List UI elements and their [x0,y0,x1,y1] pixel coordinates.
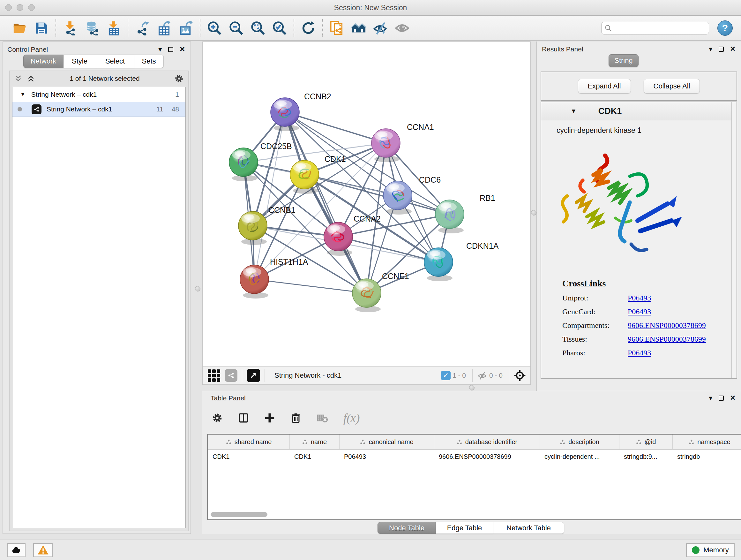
import-table-button[interactable] [105,19,122,37]
table-cell[interactable]: stringdb [673,449,741,463]
column-header-canonical-name[interactable]: canonical name [340,435,434,449]
memory-button[interactable]: Memory [686,543,735,557]
hidden-eye-icon[interactable] [477,370,487,381]
zoom-fit-button[interactable] [250,19,266,37]
left-splitter-handle[interactable] [195,286,200,292]
network-node[interactable] [290,160,319,194]
crosslink-link[interactable]: P06493 [628,294,737,302]
crosslink-link[interactable]: P06493 [628,349,737,357]
column-header-name[interactable]: name [290,435,340,449]
network-graph[interactable]: CCNB2CCNA1CDC25BCDK1CDC6RB1CCNB1CCNA2CDK… [203,42,530,367]
zoom-out-button[interactable] [228,19,245,37]
network-node[interactable] [383,181,412,214]
delete-column-trash-icon[interactable] [290,413,301,423]
column-header-description[interactable]: description [540,435,619,449]
expand-all-button[interactable]: Expand All [578,79,631,94]
column-header-namespace[interactable]: namespace [673,435,741,449]
table-panel-collapse-icon[interactable]: ▾ [709,395,712,401]
create-column-plus-icon[interactable] [264,413,275,423]
save-session-button[interactable] [33,19,50,37]
column-header-shared-name[interactable]: shared name [208,435,290,449]
table-cell[interactable]: CDK1 [208,449,290,463]
import-network-database-button[interactable] [84,19,100,37]
table-cell[interactable]: P06493 [340,449,434,463]
collapse-all-button[interactable]: Collapse All [644,79,700,94]
crosslink-link[interactable]: 9606.ENSP00000378699 [628,321,737,330]
results-panel-float-icon[interactable] [719,47,724,52]
results-panel-collapse-icon[interactable]: ▾ [709,46,712,53]
protein-expand-caret[interactable]: ▼ [570,108,577,115]
view-grid-icon[interactable] [208,369,220,382]
network-options-gear-icon[interactable] [174,74,184,83]
column-header--id[interactable]: @id [619,435,673,449]
results-scrollbar[interactable] [731,102,737,378]
control-panel-collapse-icon[interactable]: ▾ [158,46,162,53]
network-node[interactable] [352,279,381,312]
nested-network-button[interactable] [350,19,367,37]
table-cell[interactable]: 9606.ENSP00000378699 [434,449,540,463]
import-network-file-button[interactable] [62,19,78,37]
right-splitter-handle[interactable] [531,210,536,215]
view-network-icon[interactable] [225,369,238,382]
network-node[interactable] [271,98,299,131]
export-image-button[interactable] [178,19,194,37]
table-cell[interactable]: CDK1 [290,449,340,463]
network-node[interactable] [424,248,453,281]
network-row[interactable]: String Network – cdk1 11 48 [12,102,185,117]
network-collection-row[interactable]: ▼ String Network – cdk1 1 [12,87,185,102]
selected-nodes-checkbox[interactable]: ✓ [441,371,451,380]
network-node[interactable] [239,211,267,245]
warnings-button[interactable] [33,543,53,557]
tab-sets[interactable]: Sets [134,55,164,68]
tab-network-table[interactable]: Network Table [493,522,564,534]
network-node[interactable] [240,265,269,299]
table-cell[interactable]: cyclin-dependent ... [540,449,619,463]
hide-selected-button[interactable] [372,19,389,37]
collection-expand-caret[interactable]: ▼ [20,91,25,98]
tab-string[interactable]: String [609,54,638,67]
table-options-gear-icon[interactable] [212,413,223,423]
expand-all-networks-icon[interactable] [14,74,22,83]
table-horizontal-scrollbar[interactable] [211,512,267,517]
search-input[interactable] [601,22,709,35]
crosslink-link[interactable]: 9606.ENSP00000378699 [628,335,737,344]
tab-node-table[interactable]: Node Table [378,522,436,534]
annotation-mode-button[interactable] [247,369,260,382]
help-button[interactable]: ? [718,20,733,36]
network-edge[interactable] [254,279,367,293]
tab-edge-table[interactable]: Edge Table [436,522,493,534]
table-panel-float-icon[interactable] [719,395,724,401]
open-session-button[interactable] [11,19,28,37]
network-node[interactable] [435,200,464,233]
birdseye-toggle-icon[interactable] [514,369,526,381]
control-panel-float-icon[interactable] [168,47,173,52]
zoom-in-button[interactable] [206,19,223,37]
network-node[interactable] [324,222,353,256]
control-panel-close-icon[interactable]: × [180,45,185,54]
table-cell[interactable]: stringdb:9... [619,449,673,463]
table-panel-close-icon[interactable]: × [730,394,735,402]
export-table-button[interactable] [156,19,172,37]
results-panel-close-icon[interactable]: × [730,45,735,53]
cloud-status-button[interactable] [7,543,25,557]
network-canvas[interactable]: CCNB2CCNA1CDC25BCDK1CDC6RB1CCNB1CCNA2CDK… [202,42,531,385]
first-neighbors-button[interactable] [329,19,345,37]
protein-card-header[interactable]: ▼ CDK1 [541,102,737,120]
table-row[interactable]: CDK1CDK1P064939606.ENSP00000378699cyclin… [208,449,741,463]
show-columns-icon[interactable] [238,413,249,423]
tab-style[interactable]: Style [64,55,96,68]
tab-select[interactable]: Select [96,55,134,68]
collapse-all-networks-icon[interactable] [27,74,35,83]
tab-network[interactable]: Network [23,55,64,68]
network-edge[interactable] [338,237,439,262]
bottom-splitter-handle[interactable] [469,385,475,390]
show-all-button[interactable] [394,19,410,37]
column-header-database-identifier[interactable]: database identifier [434,435,540,449]
network-node[interactable] [372,129,400,162]
network-edge[interactable] [285,112,386,143]
crosslink-link[interactable]: P06493 [628,307,737,316]
zoom-selected-button[interactable] [271,19,288,37]
apply-layout-button[interactable] [300,19,317,37]
network-edge[interactable] [254,112,285,279]
network-node[interactable] [229,148,258,181]
